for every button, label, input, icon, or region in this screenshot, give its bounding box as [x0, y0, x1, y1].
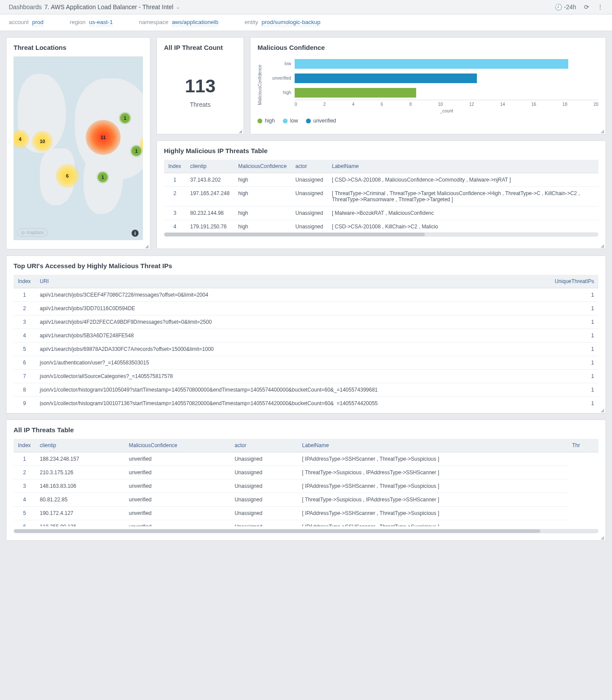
dashboard-title: 7. AWS Application Load Balancer - Threa… — [45, 4, 174, 10]
all-ip-table: IndexclientipMaliciousConfidenceactorLab… — [14, 439, 598, 526]
hotspot-1[interactable]: 1 — [98, 172, 108, 182]
panel-title: All IP Threat Count — [164, 44, 236, 51]
mapbox-logo: ◎ mapbox — [17, 228, 48, 237]
filter-entity[interactable]: entityprod/sumologic-backup — [244, 19, 320, 26]
panel-title: Highly Malicious IP Threats Table — [164, 147, 598, 154]
resize-handle-icon[interactable]: ◢ — [601, 535, 604, 540]
legend-unverified: unverified — [306, 118, 336, 124]
malicious-ip-table: IndexclientipMaliciousConfidenceactorLab… — [164, 160, 598, 230]
filter-namespace[interactable]: namespaceaws/applicationelb — [139, 19, 218, 26]
hotspot-11[interactable]: 11 — [86, 120, 121, 155]
legend-high: high — [257, 118, 275, 124]
panel-title: All IP Threats Table — [14, 426, 598, 434]
table-row[interactable]: 480.81.22.85unverifiedUnassigned[ Threat… — [14, 493, 598, 507]
table-row[interactable]: 137.143.8.202highUnassigned[ CSD->CSA-20… — [164, 173, 598, 187]
ip-threat-count-panel: All IP Threat Count 113 Threats ◢ — [156, 37, 244, 134]
resize-handle-icon[interactable]: ◢ — [601, 243, 604, 248]
threat-count-label: Threats — [190, 101, 210, 108]
more-menu-icon[interactable]: ⋮ — [597, 4, 603, 10]
table-scroll[interactable]: IndexURIUniqueThreatIPs 1api/v1/search/j… — [14, 275, 598, 406]
col-actor[interactable]: actor — [230, 439, 298, 452]
col-clientip[interactable]: clientip — [35, 439, 125, 452]
table-row[interactable]: 4api/v1/search/jobs/5B3A6D7E248FE5481 — [14, 329, 598, 343]
table-row[interactable]: 1api/v1/search/jobs/3CEEF4F7086C7228/mes… — [14, 288, 598, 302]
chart-legend: high low unverified — [257, 118, 598, 124]
panel-title: Top URI's Accessed by Highly Malicious T… — [14, 262, 598, 270]
table-row[interactable]: 3api/v1/search/jobs/4F2D2FECCA9BDF9D/mes… — [14, 315, 598, 329]
table-row[interactable]: 6json/v1/authentication/user?_=140558350… — [14, 356, 598, 370]
col-index[interactable]: Index — [164, 160, 186, 173]
bar-high — [295, 88, 416, 98]
resize-handle-icon[interactable]: ◢ — [145, 244, 149, 248]
x-axis-label: _count — [440, 108, 453, 113]
table-scroll[interactable]: IndexclientipMaliciousConfidenceactorLab… — [14, 439, 598, 526]
all-ip-threats-panel: All IP Threats Table IndexclientipMalici… — [6, 420, 606, 541]
malicious-confidence-panel: Malicious Confidence MaliciousConfidence… — [250, 37, 606, 134]
col-index[interactable]: Index — [14, 439, 35, 452]
table-row[interactable]: 9json/v1/collector/histogram/100107136?s… — [14, 397, 598, 406]
table-row[interactable]: 3148.163.83.106unverifiedUnassigned[ IPA… — [14, 480, 598, 493]
world-map[interactable]: ◎ mapbox i 1110464111 — [14, 56, 143, 240]
horizontal-scrollbar[interactable] — [14, 529, 598, 533]
col-maliciousconfidence[interactable]: MaliciousConfidence — [234, 160, 291, 173]
hotspot-6[interactable]: 6 — [56, 164, 79, 188]
time-range[interactable]: 🕘 -24h — [555, 4, 576, 10]
table-row[interactable]: 5190.172.4.127unverifiedUnassigned[ IPAd… — [14, 507, 598, 520]
legend-low: low — [283, 118, 298, 124]
filter-region[interactable]: regionus-east-1 — [70, 19, 113, 26]
table-scroll[interactable]: IndexclientipMaliciousConfidenceactorLab… — [164, 160, 598, 230]
bar-cat: high — [266, 90, 291, 95]
refresh-icon[interactable]: ⟳ — [584, 4, 589, 10]
threat-count-value: 113 — [185, 76, 216, 97]
clock-icon: 🕘 — [555, 4, 562, 10]
panel-title: Threat Locations — [14, 44, 143, 51]
chevron-down-icon[interactable]: ⌄ — [176, 4, 180, 10]
topbar: Dashboards 7. AWS Application Load Balan… — [0, 0, 612, 14]
table-row[interactable]: 2api/v1/search/jobs/3DD70116C0D594DE1 — [14, 302, 598, 315]
table-row[interactable]: 2210.3.175.126unverifiedUnassigned[ Thre… — [14, 466, 598, 480]
col-maliciousconfidence[interactable]: MaliciousConfidence — [125, 439, 230, 452]
table-row[interactable]: 8json/v1/collector/histogram/100105049?s… — [14, 383, 598, 397]
col-uniquethreatips[interactable]: UniqueThreatIPs — [530, 275, 598, 288]
table-row[interactable]: 4179.191.250.76highUnassigned[ CSD->CSA-… — [164, 220, 598, 230]
filter-bar: accountprod regionus-east-1 namespaceaws… — [0, 14, 612, 31]
hotspot-1[interactable]: 1 — [120, 113, 130, 123]
breadcrumb[interactable]: Dashboards 7. AWS Application Load Balan… — [9, 4, 180, 10]
panel-title: Malicious Confidence — [257, 44, 598, 51]
col-labelname[interactable]: LabelName — [298, 439, 568, 452]
resize-handle-icon[interactable]: ◢ — [601, 408, 604, 413]
hotspot-1[interactable]: 1 — [132, 146, 141, 156]
threat-locations-panel: Threat Locations ◎ mapbox i 1110464111 ◢ — [6, 37, 150, 249]
col-thr[interactable]: Thr — [568, 439, 598, 452]
col-actor[interactable]: actor — [291, 160, 327, 173]
filter-account[interactable]: accountprod — [9, 19, 44, 26]
table-row[interactable]: 7json/v1/collector/allSourceCategories?_… — [14, 370, 598, 383]
uri-table: IndexURIUniqueThreatIPs 1api/v1/search/j… — [14, 275, 598, 406]
bar-chart: MaliciousConfidence lowunverifiedhigh024… — [257, 56, 598, 113]
y-axis-label: MaliciousConfidence — [257, 56, 262, 113]
hotspot-10[interactable]: 10 — [32, 131, 53, 152]
table-row[interactable]: 5api/v1/search/jobs/69878A2DA330FC7A/rec… — [14, 343, 598, 356]
table-row[interactable]: 380.232.144.98highUnassigned[ Malware->B… — [164, 206, 598, 220]
col-uri[interactable]: URI — [35, 275, 530, 288]
breadcrumb-root[interactable]: Dashboards — [9, 4, 42, 10]
table-row[interactable]: 6118.255.90.136unverifiedUnassigned[ IPA… — [14, 520, 598, 527]
col-clientip[interactable]: clientip — [186, 160, 234, 173]
info-icon[interactable]: i — [132, 230, 139, 237]
bar-unverified — [295, 74, 477, 83]
table-row[interactable]: 2197.165.247.248highUnassigned[ ThreatTy… — [164, 187, 598, 206]
highly-malicious-table-panel: Highly Malicious IP Threats Table Indexc… — [156, 140, 606, 249]
col-index[interactable]: Index — [14, 275, 35, 288]
bar-low — [295, 59, 568, 69]
top-uris-panel: Top URI's Accessed by Highly Malicious T… — [6, 256, 606, 413]
time-range-value: -24h — [564, 4, 576, 10]
bar-cat: unverified — [266, 76, 291, 80]
resize-handle-icon[interactable]: ◢ — [601, 129, 604, 133]
bar-cat: low — [266, 61, 291, 66]
horizontal-scrollbar[interactable] — [164, 232, 598, 237]
col-labelname[interactable]: LabelName — [327, 160, 598, 173]
resize-handle-icon[interactable]: ◢ — [239, 129, 242, 133]
table-row[interactable]: 1188.234.248.157unverifiedUnassigned[ IP… — [14, 452, 598, 466]
